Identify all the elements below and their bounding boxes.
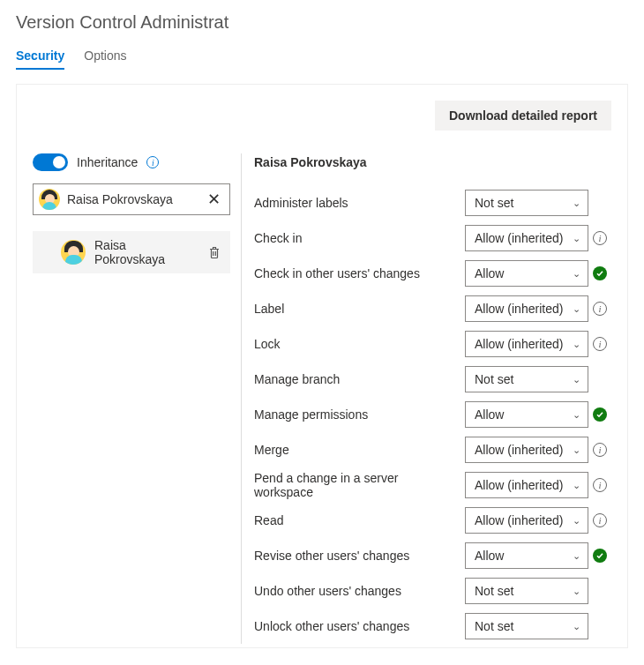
- search-value: Raisa Pokrovskaya: [67, 192, 198, 206]
- permission-row: Pend a change in a server workspaceAllow…: [254, 467, 611, 503]
- panel: Download detailed report Inheritance i R…: [16, 84, 628, 648]
- permission-row: Undo other users' changesNot set⌄: [254, 573, 611, 609]
- permission-select[interactable]: Not set⌄: [465, 613, 588, 639]
- user-list-item[interactable]: Raisa Pokrovskaya: [33, 231, 230, 273]
- badge-slot: i: [588, 231, 611, 245]
- permission-label: Pend a change in a server workspace: [254, 471, 465, 499]
- avatar-icon: [61, 240, 86, 265]
- info-icon[interactable]: i: [593, 443, 607, 457]
- permission-value: Allow: [475, 407, 504, 422]
- chevron-down-icon: ⌄: [573, 198, 580, 209]
- permission-label: Check in other users' changes: [254, 266, 465, 280]
- check-icon: [593, 266, 607, 280]
- permission-label: Unlock other users' changes: [254, 619, 465, 633]
- inheritance-label: Inheritance: [77, 155, 138, 169]
- info-icon[interactable]: i: [593, 478, 607, 492]
- chevron-down-icon: ⌄: [573, 445, 580, 456]
- permission-value: Allow: [475, 266, 504, 280]
- badge-slot: i: [588, 478, 611, 492]
- chevron-down-icon: ⌄: [573, 233, 580, 244]
- chevron-down-icon: ⌄: [573, 586, 580, 597]
- chevron-down-icon: ⌄: [573, 303, 580, 315]
- permission-value: Allow (inherited): [475, 513, 563, 527]
- permission-select[interactable]: Allow⌄: [465, 401, 588, 428]
- permission-label: Revise other users' changes: [254, 549, 465, 563]
- permission-row: Check inAllow (inherited)⌄i: [254, 220, 611, 256]
- badge-slot: i: [588, 302, 611, 316]
- permission-row: LabelAllow (inherited)⌄i: [254, 291, 611, 326]
- tab-options[interactable]: Options: [84, 49, 126, 70]
- permission-label: Undo other users' changes: [254, 584, 465, 598]
- permissions-panel: Raisa Pokrovskaya Administer labelsNot s…: [241, 153, 611, 644]
- permission-label: Merge: [254, 443, 465, 457]
- permission-value: Not set: [475, 584, 513, 598]
- permission-select[interactable]: Allow⌄: [465, 260, 588, 287]
- chevron-down-icon: ⌄: [573, 339, 580, 350]
- permission-select[interactable]: Allow (inherited)⌄: [465, 225, 588, 251]
- permission-select[interactable]: Allow (inherited)⌄: [465, 331, 588, 357]
- download-report-button[interactable]: Download detailed report: [435, 101, 611, 131]
- chevron-down-icon: ⌄: [573, 550, 580, 562]
- permission-value: Allow (inherited): [475, 337, 563, 351]
- permission-select[interactable]: Allow (inherited)⌄: [465, 507, 588, 534]
- badge-slot: [588, 549, 611, 563]
- page-title: Version Control Administrat: [16, 12, 628, 33]
- permission-label: Administer labels: [254, 196, 465, 210]
- permission-select[interactable]: Not set⌄: [465, 190, 588, 216]
- permission-value: Allow: [475, 549, 504, 563]
- permission-select[interactable]: Not set⌄: [465, 366, 588, 392]
- chevron-down-icon: ⌄: [573, 621, 580, 632]
- permission-value: Allow (inherited): [475, 302, 563, 316]
- info-icon[interactable]: i: [146, 156, 159, 168]
- inheritance-toggle[interactable]: [33, 153, 68, 171]
- permission-label: Label: [254, 302, 465, 316]
- info-icon[interactable]: i: [593, 302, 607, 316]
- permission-row: ReadAllow (inherited)⌄i: [254, 503, 611, 538]
- permission-value: Allow (inherited): [475, 231, 563, 245]
- badge-slot: [588, 266, 611, 280]
- user-search-input[interactable]: Raisa Pokrovskaya ✕: [33, 183, 230, 215]
- badge-slot: i: [588, 337, 611, 351]
- tab-bar: Security Options: [16, 49, 628, 70]
- permission-row: Check in other users' changesAllow⌄: [254, 256, 611, 291]
- user-name-label: Raisa Pokrovskaya: [94, 238, 198, 266]
- permission-value: Not set: [475, 196, 513, 210]
- permission-label: Read: [254, 513, 465, 527]
- permission-label: Manage permissions: [254, 407, 465, 422]
- check-icon: [593, 549, 607, 563]
- badge-slot: i: [588, 443, 611, 457]
- permission-value: Allow (inherited): [475, 443, 563, 457]
- badge-slot: [588, 407, 611, 422]
- permission-value: Not set: [475, 619, 513, 633]
- chevron-down-icon: ⌄: [573, 515, 580, 527]
- permission-value: Allow (inherited): [475, 478, 563, 492]
- sidebar: Inheritance i Raisa Pokrovskaya ✕ Raisa …: [33, 153, 241, 644]
- info-icon[interactable]: i: [593, 231, 607, 245]
- chevron-down-icon: ⌄: [573, 480, 580, 491]
- tab-security[interactable]: Security: [16, 49, 64, 70]
- permission-select[interactable]: Allow (inherited)⌄: [465, 295, 588, 322]
- chevron-down-icon: ⌄: [573, 374, 580, 385]
- permission-select[interactable]: Allow⌄: [465, 542, 588, 569]
- permission-row: Unlock other users' changesNot set⌄: [254, 609, 611, 644]
- badge-slot: i: [588, 513, 611, 527]
- permission-select[interactable]: Not set⌄: [465, 578, 588, 604]
- info-icon[interactable]: i: [593, 337, 607, 351]
- permission-label: Check in: [254, 231, 465, 245]
- permission-select[interactable]: Allow (inherited)⌄: [465, 437, 588, 463]
- chevron-down-icon: ⌄: [573, 409, 580, 421]
- trash-icon[interactable]: [207, 245, 221, 259]
- permission-label: Manage branch: [254, 372, 465, 386]
- permission-value: Not set: [475, 372, 513, 386]
- avatar-icon: [39, 189, 60, 210]
- permission-select[interactable]: Allow (inherited)⌄: [465, 472, 588, 498]
- permission-row: Manage branchNot set⌄: [254, 362, 611, 397]
- permission-row: MergeAllow (inherited)⌄i: [254, 432, 611, 467]
- info-icon[interactable]: i: [593, 513, 607, 527]
- permission-row: Revise other users' changesAllow⌄: [254, 538, 611, 573]
- details-title: Raisa Pokrovskaya: [254, 153, 611, 169]
- chevron-down-icon: ⌄: [573, 268, 580, 280]
- permission-label: Lock: [254, 337, 465, 351]
- clear-icon[interactable]: ✕: [206, 191, 222, 207]
- check-icon: [593, 407, 607, 422]
